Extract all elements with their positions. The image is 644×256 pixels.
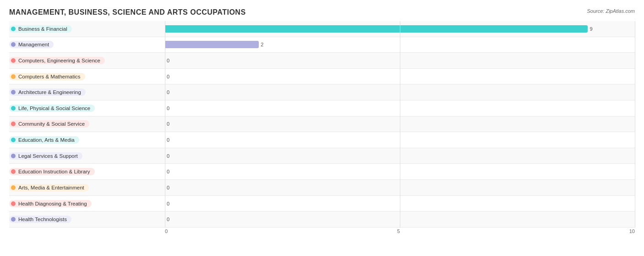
label-pill: Legal Services & Support <box>9 152 82 160</box>
label-dot <box>11 217 16 222</box>
label-area: Computers & Mathematics <box>9 73 165 80</box>
bar-label: Health Diagnosing & Treating <box>18 201 87 206</box>
label-area: Health Diagnosing & Treating <box>9 200 165 207</box>
bar-value-label: 0 <box>167 89 169 95</box>
bar-row: Business & Financial9 <box>9 21 635 37</box>
bar-value-label: 0 <box>167 74 169 79</box>
bar-label: Business & Financial <box>18 26 67 32</box>
bar-area: 0 <box>165 212 635 226</box>
bar-value-label: 0 <box>167 58 169 63</box>
chart-container: MANAGEMENT, BUSINESS, SCIENCE AND ARTS O… <box>0 0 644 256</box>
bar-value-label: 0 <box>167 169 169 174</box>
bar-value-label: 2 <box>261 42 263 47</box>
label-pill: Health Technologists <box>9 216 71 223</box>
label-dot <box>11 185 16 190</box>
x-axis: 0510 <box>9 228 635 234</box>
chart-header: MANAGEMENT, BUSINESS, SCIENCE AND ARTS O… <box>9 8 635 17</box>
bar-value-label: 9 <box>589 26 592 32</box>
bar-row: Arts, Media & Entertainment0 <box>9 180 635 196</box>
x-axis-label: 10 <box>629 228 635 234</box>
label-pill: Computers, Engineering & Science <box>9 57 105 64</box>
bar-label: Computers & Mathematics <box>18 74 81 79</box>
label-pill: Health Diagnosing & Treating <box>9 200 92 207</box>
label-pill: Community & Social Service <box>9 120 89 128</box>
label-pill: Architecture & Engineering <box>9 89 86 96</box>
label-pill: Education, Arts & Media <box>9 136 79 144</box>
bar-row: Computers & Mathematics0 <box>9 69 635 85</box>
bar-value-label: 0 <box>167 106 169 111</box>
label-dot <box>11 74 16 79</box>
label-pill: Management <box>9 41 54 48</box>
label-dot <box>11 154 16 158</box>
label-area: Computers, Engineering & Science <box>9 57 165 64</box>
bar-label: Computers, Engineering & Science <box>18 58 100 63</box>
bar-value-label: 0 <box>167 153 169 159</box>
bar-area: 0 <box>165 85 635 99</box>
label-area: Architecture & Engineering <box>9 89 165 96</box>
label-dot <box>11 27 16 31</box>
label-area: Management <box>9 41 165 48</box>
label-area: Life, Physical & Social Science <box>9 105 165 112</box>
bar-area: 0 <box>165 54 635 67</box>
label-pill: Education Instruction & Library <box>9 168 95 175</box>
bar-label: Arts, Media & Entertainment <box>18 185 84 190</box>
label-pill: Arts, Media & Entertainment <box>9 184 89 191</box>
bar-area: 0 <box>165 181 635 195</box>
chart-title: MANAGEMENT, BUSINESS, SCIENCE AND ARTS O… <box>9 8 246 17</box>
label-dot <box>11 106 16 111</box>
bar-label: Health Technologists <box>18 217 67 222</box>
bar-row: Legal Services & Support0 <box>9 148 635 164</box>
label-area: Legal Services & Support <box>9 152 165 160</box>
bar-area: 0 <box>165 165 635 178</box>
bar-area: 0 <box>165 101 635 115</box>
label-dot <box>11 90 16 95</box>
bar-row: Community & Social Service0 <box>9 117 635 133</box>
bar-value-label: 0 <box>167 137 169 143</box>
label-pill: Computers & Mathematics <box>9 73 85 80</box>
bar-value-label: 0 <box>167 121 169 127</box>
bar-row: Computers, Engineering & Science0 <box>9 53 635 69</box>
label-area: Business & Financial <box>9 25 165 33</box>
bar-label: Architecture & Engineering <box>18 89 81 95</box>
bar-value-label: 0 <box>167 201 169 206</box>
label-area: Arts, Media & Entertainment <box>9 184 165 191</box>
bar-label: Management <box>18 42 49 47</box>
x-axis-label: 0 <box>165 228 168 234</box>
label-dot <box>11 138 16 142</box>
bar-area: 0 <box>165 133 635 147</box>
grid-line <box>635 21 635 228</box>
bar-row: Architecture & Engineering0 <box>9 84 635 100</box>
label-area: Education Instruction & Library <box>9 168 165 175</box>
bar-row: Management2 <box>9 37 635 53</box>
x-axis-labels: 0510 <box>9 228 635 234</box>
chart-source: Source: ZipAtlas.com <box>587 8 635 14</box>
bar-value-label: 0 <box>167 185 169 190</box>
bar-row: Life, Physical & Social Science0 <box>9 100 635 117</box>
bar-row: Education, Arts & Media0 <box>9 132 635 148</box>
bar-area: 0 <box>165 70 635 83</box>
bar-area: 0 <box>165 149 635 163</box>
x-axis-label: 5 <box>397 228 400 234</box>
label-area: Health Technologists <box>9 216 165 223</box>
label-dot <box>11 169 16 174</box>
bar-area: 9 <box>165 22 635 36</box>
label-area: Community & Social Service <box>9 120 165 128</box>
bar-label: Education Instruction & Library <box>18 169 90 174</box>
label-dot <box>11 42 16 47</box>
label-area: Education, Arts & Media <box>9 136 165 144</box>
bar-label: Life, Physical & Social Science <box>18 106 90 111</box>
bar-area: 0 <box>165 197 635 211</box>
bar-label: Legal Services & Support <box>18 153 78 159</box>
bar-fill: 2 <box>165 41 259 48</box>
bar-label: Education, Arts & Media <box>18 137 75 143</box>
bar-fill: 9 <box>165 25 588 33</box>
bar-area: 2 <box>165 38 635 52</box>
bar-value-label: 0 <box>167 217 169 222</box>
bar-row: Education Instruction & Library0 <box>9 164 635 180</box>
label-dot <box>11 201 16 206</box>
chart-area: Business & Financial9Management2Computer… <box>9 21 635 228</box>
bar-area: 0 <box>165 117 635 131</box>
label-dot <box>11 122 16 126</box>
label-dot <box>11 58 16 63</box>
bar-row: Health Technologists0 <box>9 211 635 228</box>
